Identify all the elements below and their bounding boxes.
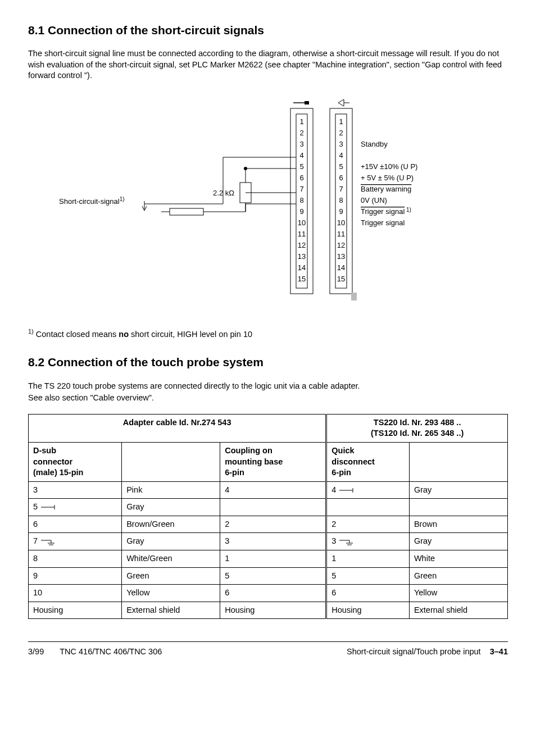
- svg-text:4: 4: [339, 151, 343, 160]
- svg-text:3: 3: [339, 140, 343, 148]
- cable-table: Adapter cable Id. Nr.274 543 TS220 Id. N…: [28, 414, 508, 619]
- diagram-8-1: 123456789101112131415 123456789101112131…: [28, 92, 508, 316]
- th-quick: Quickdisconnect6-pin: [326, 443, 410, 482]
- svg-text:5: 5: [299, 162, 303, 171]
- table-row: 5 Gray: [29, 499, 508, 516]
- svg-text:12: 12: [337, 241, 345, 249]
- svg-text:4: 4: [299, 151, 303, 160]
- th-coupling: Coupling onmounting base6-pin: [220, 443, 326, 482]
- table-row: 3Pink44 Gray: [29, 481, 508, 499]
- svg-text:10: 10: [337, 218, 345, 227]
- svg-text:1: 1: [299, 117, 303, 126]
- svg-text:2: 2: [339, 129, 343, 137]
- svg-rect-10: [351, 293, 357, 300]
- svg-text:14: 14: [337, 263, 345, 272]
- svg-text:12: 12: [298, 241, 306, 249]
- svg-text:1: 1: [339, 117, 343, 126]
- short-circuit-label: Short-circuit-signal1): [59, 196, 125, 206]
- resistor-label: 2.2 kΩ: [213, 189, 234, 197]
- svg-text:15: 15: [337, 275, 345, 283]
- svg-text:5: 5: [339, 162, 343, 171]
- svg-text:3: 3: [299, 140, 303, 148]
- svg-text:Standby: Standby: [361, 140, 388, 148]
- svg-text:2: 2: [299, 129, 303, 137]
- para-8-2-a: The TS 220 touch probe systems are conne…: [28, 381, 508, 392]
- svg-text:8: 8: [299, 196, 303, 204]
- heading-8-1: 8.1 Connection of the short-circuit sign…: [28, 22, 508, 38]
- th-blank1: [122, 443, 220, 482]
- table-row: 6Brown/Green22Brown: [29, 516, 508, 533]
- table-row: 7 Gray33 Gray: [29, 533, 508, 550]
- svg-text:6: 6: [339, 174, 343, 182]
- svg-text:10: 10: [298, 218, 306, 227]
- svg-rect-1: [305, 101, 309, 104]
- svg-rect-59: [170, 208, 203, 215]
- svg-text:+15V ±10% (U P): +15V ±10% (U P): [361, 162, 417, 171]
- para-8-1: The short-circuit signal line must be co…: [28, 48, 508, 81]
- svg-text:Trigger signal 1): Trigger signal 1): [361, 207, 411, 216]
- para-8-2-b: See also section "Cable overview".: [28, 393, 508, 404]
- svg-text:9: 9: [339, 207, 343, 216]
- svg-text:14: 14: [298, 263, 306, 272]
- footnote-8-1: 1) Contact closed means no short circuit…: [28, 327, 508, 340]
- svg-text:11: 11: [298, 230, 306, 238]
- th-dsub: D-subconnector(male) 15-pin: [29, 443, 122, 482]
- th-blank2: [409, 443, 507, 482]
- svg-line-3: [338, 103, 344, 106]
- table-row: 9Green55Green: [29, 567, 508, 585]
- svg-text:7: 7: [299, 185, 303, 193]
- svg-text:Trigger signal: Trigger signal: [361, 218, 405, 227]
- svg-text:6: 6: [299, 174, 303, 182]
- table-row: 8White/Green11White: [29, 550, 508, 567]
- svg-line-2: [338, 99, 344, 103]
- footer-rule: [28, 641, 508, 642]
- table-row: HousingExternal shieldHousingHousingExte…: [29, 602, 508, 619]
- page-footer: 3/99 TNC 416/TNC 406/TNC 306 Short-circu…: [28, 646, 508, 658]
- svg-text:9: 9: [299, 207, 303, 216]
- svg-text:13: 13: [337, 252, 345, 261]
- table-row: 10Yellow66Yellow: [29, 585, 508, 602]
- svg-text:11: 11: [337, 230, 345, 238]
- svg-text:8: 8: [339, 196, 343, 204]
- heading-8-2: 8.2 Connection of the touch probe system: [28, 354, 508, 370]
- svg-text:7: 7: [339, 185, 343, 193]
- svg-text:Battery warning: Battery warning: [361, 185, 411, 193]
- svg-text:13: 13: [298, 252, 306, 261]
- th-ts220: TS220 Id. Nr. 293 488 .. (TS120 Id. Nr. …: [326, 414, 508, 442]
- svg-text:15: 15: [298, 275, 306, 283]
- svg-text:+  5V ±  5% (U P): + 5V ± 5% (U P): [361, 174, 414, 182]
- th-adapter: Adapter cable Id. Nr.274 543: [29, 414, 326, 442]
- svg-text:0V (UN): 0V (UN): [361, 196, 387, 204]
